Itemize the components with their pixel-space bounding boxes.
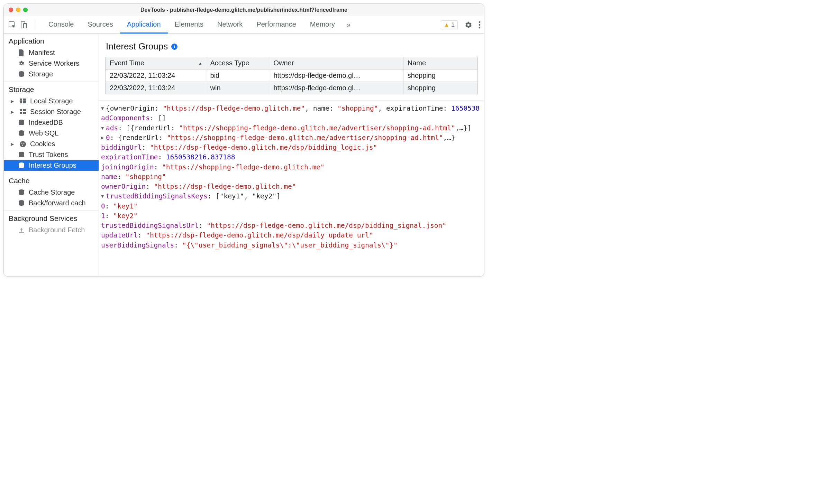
device-toolbar-icon[interactable] bbox=[19, 20, 29, 30]
database-icon bbox=[18, 199, 25, 207]
sidebar-section-background: Background Services bbox=[4, 211, 99, 225]
disclosure-triangle-icon[interactable]: ▶ bbox=[101, 134, 106, 141]
cell-owner: https://dsp-fledge-demo.gl… bbox=[269, 69, 403, 82]
svg-point-17 bbox=[20, 141, 26, 147]
json-key: updateUrl bbox=[101, 231, 138, 239]
svg-point-3 bbox=[479, 21, 481, 23]
more-options-icon[interactable] bbox=[479, 21, 481, 29]
svg-point-4 bbox=[479, 24, 481, 26]
gear-icon bbox=[18, 60, 25, 67]
svg-rect-14 bbox=[23, 112, 26, 114]
tab-application[interactable]: Application bbox=[120, 16, 168, 34]
column-access-type[interactable]: Access Type bbox=[206, 57, 269, 69]
json-key: expirationTime bbox=[101, 153, 158, 161]
settings-icon[interactable] bbox=[465, 21, 472, 29]
panel-heading: Interest Groups i bbox=[99, 34, 484, 57]
tab-network[interactable]: Network bbox=[210, 16, 249, 34]
json-key: userBiddingSignals bbox=[101, 241, 174, 249]
svg-point-5 bbox=[479, 27, 481, 28]
cell-name: shopping bbox=[403, 82, 477, 94]
sidebar-section-storage: Storage bbox=[4, 82, 99, 96]
json-key: name bbox=[101, 173, 117, 181]
sidebar-item-storage-overview[interactable]: Storage bbox=[4, 69, 99, 80]
sidebar-item-trust-tokens[interactable]: Trust Tokens bbox=[4, 149, 99, 160]
database-icon bbox=[18, 151, 25, 159]
svg-rect-12 bbox=[23, 109, 26, 111]
content: Application Manifest Service Workers Sto… bbox=[4, 34, 484, 276]
sidebar-item-label: Service Workers bbox=[29, 59, 79, 67]
column-name[interactable]: Name bbox=[403, 57, 477, 69]
sidebar-item-session-storage[interactable]: ▶ Session Storage bbox=[4, 106, 99, 117]
sidebar-item-label: Interest Groups bbox=[29, 161, 76, 169]
sidebar-item-label: Background Fetch bbox=[29, 226, 85, 234]
sidebar-item-indexeddb[interactable]: IndexedDB bbox=[4, 117, 99, 128]
sidebar-item-label: Manifest bbox=[29, 49, 55, 57]
sidebar-item-label: IndexedDB bbox=[29, 119, 63, 127]
table-row[interactable]: 22/03/2022, 11:03:24 win https://dsp-fle… bbox=[106, 82, 478, 94]
warning-count: 1 bbox=[452, 21, 455, 28]
column-event-time[interactable]: Event Time▲ bbox=[106, 57, 206, 69]
column-owner[interactable]: Owner bbox=[269, 57, 403, 69]
grid-icon bbox=[19, 108, 27, 116]
window-title: DevTools - publisher-fledge-demo.glitch.… bbox=[4, 7, 484, 13]
tab-elements[interactable]: Elements bbox=[168, 16, 210, 34]
sidebar-section-cache: Cache bbox=[4, 173, 99, 187]
detail-json-tree[interactable]: ▼{ownerOrigin: "https://dsp-fledge-demo.… bbox=[99, 101, 484, 254]
tab-memory[interactable]: Memory bbox=[303, 16, 342, 34]
cell-access: bid bbox=[206, 69, 269, 82]
json-key: ads bbox=[106, 124, 118, 132]
sidebar-item-label: Back/forward cach bbox=[29, 199, 86, 207]
cell-time: 22/03/2022, 11:03:24 bbox=[106, 69, 206, 82]
disclosure-triangle-icon[interactable]: ▼ bbox=[101, 105, 106, 112]
sidebar-item-cookies[interactable]: ▶ Cookies bbox=[4, 139, 99, 149]
sidebar-section-application: Application bbox=[4, 34, 99, 47]
json-key: 0 bbox=[106, 134, 110, 142]
tab-console[interactable]: Console bbox=[42, 16, 81, 34]
sidebar-item-label: Storage bbox=[29, 70, 53, 78]
disclosure-triangle-icon[interactable]: ▼ bbox=[101, 124, 106, 131]
info-icon[interactable]: i bbox=[171, 44, 177, 50]
main-panel: Interest Groups i Event Time▲ Access Typ… bbox=[99, 34, 484, 276]
panel-title: Interest Groups bbox=[106, 41, 168, 52]
tabs-overflow-button[interactable]: » bbox=[342, 21, 355, 29]
minimize-window-button[interactable] bbox=[16, 8, 20, 12]
interest-groups-table: Event Time▲ Access Type Owner Name 22/03… bbox=[105, 57, 478, 94]
close-window-button[interactable] bbox=[9, 8, 13, 12]
sidebar-item-label: Session Storage bbox=[30, 108, 81, 116]
json-key: joiningOrigin bbox=[101, 163, 154, 171]
warnings-badge[interactable]: ▲ 1 bbox=[441, 20, 458, 29]
database-icon bbox=[18, 71, 25, 78]
sidebar-item-service-workers[interactable]: Service Workers bbox=[4, 58, 99, 69]
expand-arrow-icon: ▶ bbox=[11, 110, 16, 114]
disclosure-triangle-icon[interactable]: ▼ bbox=[101, 193, 106, 199]
svg-rect-11 bbox=[20, 109, 22, 111]
sidebar-item-websql[interactable]: Web SQL bbox=[4, 128, 99, 139]
sidebar-item-local-storage[interactable]: ▶ Local Storage bbox=[4, 96, 99, 106]
separator bbox=[35, 20, 35, 30]
svg-rect-8 bbox=[23, 99, 26, 101]
sidebar-item-bfcache[interactable]: Back/forward cach bbox=[4, 198, 99, 208]
sidebar-item-label: Cache Storage bbox=[29, 188, 75, 196]
sidebar-item-label: Trust Tokens bbox=[29, 151, 68, 159]
json-key: trustedBiddingSignalsKeys bbox=[106, 192, 208, 200]
sidebar-item-manifest[interactable]: Manifest bbox=[4, 47, 99, 58]
svg-point-20 bbox=[22, 144, 23, 146]
tab-sources[interactable]: Sources bbox=[81, 16, 120, 34]
database-icon bbox=[18, 119, 25, 127]
database-icon bbox=[18, 189, 25, 196]
sidebar-item-cache-storage[interactable]: Cache Storage bbox=[4, 187, 99, 198]
cell-name: shopping bbox=[403, 69, 477, 82]
inspect-element-icon[interactable] bbox=[7, 20, 17, 30]
titlebar: DevTools - publisher-fledge-demo.glitch.… bbox=[4, 4, 484, 16]
table-row[interactable]: 22/03/2022, 11:03:24 bid https://dsp-fle… bbox=[106, 69, 478, 82]
svg-point-18 bbox=[21, 142, 22, 143]
sidebar-item-interest-groups[interactable]: Interest Groups bbox=[4, 160, 99, 171]
svg-point-19 bbox=[23, 143, 24, 144]
warning-icon: ▲ bbox=[444, 22, 449, 28]
cookie-icon bbox=[19, 140, 27, 148]
svg-rect-13 bbox=[20, 112, 22, 114]
sidebar-item-background-fetch[interactable]: Background Fetch bbox=[4, 225, 99, 235]
devtools-window: DevTools - publisher-fledge-demo.glitch.… bbox=[3, 3, 484, 277]
maximize-window-button[interactable] bbox=[23, 8, 28, 12]
tab-performance[interactable]: Performance bbox=[249, 16, 303, 34]
